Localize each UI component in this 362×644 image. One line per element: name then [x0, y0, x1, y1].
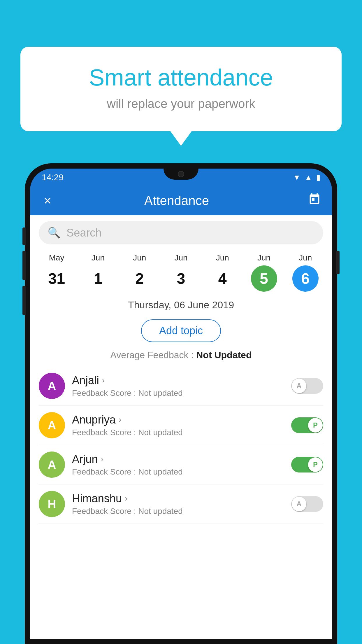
- cal-date-number: 4: [209, 265, 236, 292]
- wifi-icon: ▼: [293, 173, 301, 182]
- toggle-knob: P: [308, 457, 323, 472]
- speech-bubble-container: Smart attendance will replace your paper…: [20, 47, 342, 131]
- attendance-toggle[interactable]: P: [291, 457, 323, 473]
- student-score: Feedback Score : Not updated: [72, 507, 284, 516]
- search-bar: 🔍 Search: [30, 215, 332, 247]
- chevron-right-icon: ›: [125, 494, 127, 503]
- bubble-subtitle: will replace your paperwork: [44, 97, 318, 111]
- cal-month-label: Jun: [133, 253, 146, 262]
- toggle-knob: A: [292, 497, 306, 511]
- chevron-right-icon: ›: [119, 415, 121, 424]
- cal-month-label: May: [49, 253, 64, 262]
- cal-month-label: Jun: [257, 253, 270, 262]
- camera: [178, 171, 184, 177]
- attendance-toggle[interactable]: A: [291, 378, 323, 394]
- student-item: AAnjali ›Feedback Score : Not updatedA: [39, 366, 323, 406]
- calendar-strip: May31Jun1Jun2Jun3Jun4Jun5Jun6: [30, 247, 332, 295]
- toggle-knob: P: [308, 418, 323, 433]
- student-info: Anupriya ›Feedback Score : Not updated: [72, 414, 284, 437]
- cal-month-label: Jun: [92, 253, 105, 262]
- cal-date-number: 3: [168, 265, 194, 292]
- calendar-day[interactable]: Jun5: [247, 253, 282, 292]
- screen-content: 🔍 Search May31Jun1Jun2Jun3Jun4Jun5Jun6 T…: [30, 215, 332, 639]
- student-avatar: A: [39, 373, 65, 399]
- notch: [164, 169, 198, 180]
- cal-date-number: 5: [251, 265, 277, 292]
- add-topic-button[interactable]: Add topic: [141, 319, 221, 342]
- student-score: Feedback Score : Not updated: [72, 428, 284, 437]
- student-item: AAnupriya ›Feedback Score : Not updatedP: [39, 406, 323, 445]
- mute-button: [22, 228, 26, 245]
- clock: 14:29: [42, 172, 64, 182]
- chevron-right-icon: ›: [101, 454, 103, 464]
- app-bar: × Attendance: [30, 186, 332, 215]
- student-score: Feedback Score : Not updated: [72, 388, 284, 398]
- signal-icon: ▲: [305, 173, 312, 182]
- feedback-status: Not Updated: [196, 350, 252, 360]
- search-placeholder: Search: [66, 227, 101, 239]
- student-avatar: A: [39, 452, 65, 478]
- cal-date-number: 2: [126, 265, 153, 292]
- student-info: Anjali ›Feedback Score : Not updated: [72, 374, 284, 398]
- calendar-day[interactable]: Jun3: [164, 253, 198, 292]
- feedback-label: Average Feedback :: [110, 350, 194, 360]
- volume-up-button: [22, 251, 26, 280]
- cal-month-label: Jun: [216, 253, 229, 262]
- calendar-day[interactable]: May31: [39, 253, 74, 292]
- bubble-title: Smart attendance: [44, 64, 318, 91]
- student-name[interactable]: Himanshu ›: [72, 492, 284, 505]
- search-field[interactable]: 🔍 Search: [39, 221, 323, 244]
- selected-date: Thursday, 06 June 2019: [30, 295, 332, 314]
- toggle-knob: A: [292, 379, 306, 393]
- app-bar-title: Attendance: [48, 193, 306, 208]
- cal-date-number: 1: [85, 265, 111, 292]
- cal-date-number: 6: [292, 265, 319, 292]
- student-score: Feedback Score : Not updated: [72, 467, 284, 477]
- student-name[interactable]: Arjun ›: [72, 453, 284, 466]
- battery-icon: ▮: [316, 173, 320, 182]
- cal-month-label: Jun: [299, 253, 312, 262]
- chevron-right-icon: ›: [102, 376, 105, 385]
- power-button: [336, 251, 340, 274]
- calendar-day[interactable]: Jun6: [288, 253, 323, 292]
- student-item: HHimanshu ›Feedback Score : Not updatedA: [39, 484, 323, 524]
- student-info: Arjun ›Feedback Score : Not updated: [72, 453, 284, 477]
- feedback-summary: Average Feedback : Not Updated: [30, 350, 332, 366]
- student-info: Himanshu ›Feedback Score : Not updated: [72, 492, 284, 516]
- attendance-toggle[interactable]: P: [291, 417, 323, 433]
- student-avatar: H: [39, 491, 65, 517]
- calendar-button[interactable]: [306, 193, 323, 209]
- phone-frame: 14:29 ▼ ▲ ▮ × Attendance 🔍 Sear: [25, 163, 337, 644]
- student-item: AArjun ›Feedback Score : Not updatedP: [39, 445, 323, 484]
- calendar-day[interactable]: Jun1: [80, 253, 115, 292]
- phone-screen: 14:29 ▼ ▲ ▮ × Attendance 🔍 Sear: [30, 169, 332, 639]
- cal-date-number: 31: [43, 265, 70, 292]
- search-icon: 🔍: [48, 227, 61, 239]
- attendance-toggle[interactable]: A: [291, 496, 323, 512]
- student-name[interactable]: Anjali ›: [72, 374, 284, 387]
- status-icons: ▼ ▲ ▮: [293, 173, 320, 182]
- student-list: AAnjali ›Feedback Score : Not updatedAAA…: [30, 366, 332, 524]
- student-avatar: A: [39, 412, 65, 438]
- student-name[interactable]: Anupriya ›: [72, 414, 284, 426]
- calendar-day[interactable]: Jun4: [205, 253, 240, 292]
- calendar-day[interactable]: Jun2: [122, 253, 157, 292]
- cal-month-label: Jun: [174, 253, 187, 262]
- volume-down-button: [22, 286, 26, 315]
- speech-bubble: Smart attendance will replace your paper…: [20, 47, 342, 131]
